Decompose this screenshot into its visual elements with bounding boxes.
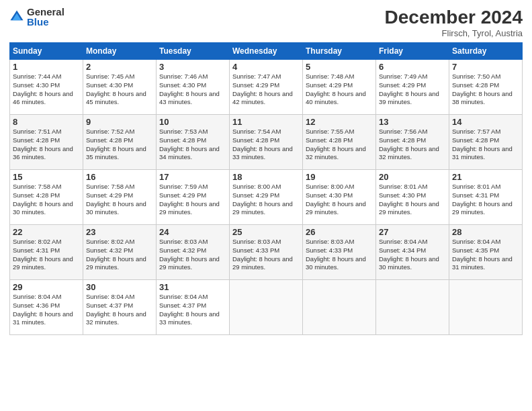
- title-block: December 2024 Flirsch, Tyrol, Austria: [385, 7, 523, 38]
- day-number: 6: [379, 62, 446, 72]
- calendar-cell: 30Sunrise: 8:04 AMSunset: 4:37 PMDayligh…: [83, 280, 157, 335]
- day-info: Sunrise: 8:01 AMSunset: 4:30 PMDaylight:…: [379, 183, 446, 217]
- day-info: Sunrise: 7:53 AMSunset: 4:28 PMDaylight:…: [159, 128, 226, 162]
- calendar-cell: 10Sunrise: 7:53 AMSunset: 4:28 PMDayligh…: [157, 115, 230, 170]
- calendar-cell: 18Sunrise: 8:00 AMSunset: 4:29 PMDayligh…: [230, 170, 303, 225]
- calendar-week-row: 15Sunrise: 7:58 AMSunset: 4:28 PMDayligh…: [10, 170, 523, 225]
- day-info: Sunrise: 7:55 AMSunset: 4:28 PMDaylight:…: [306, 128, 373, 162]
- day-number: 17: [159, 172, 226, 182]
- calendar-cell: 3Sunrise: 7:46 AMSunset: 4:30 PMDaylight…: [157, 60, 230, 115]
- calendar-cell: 14Sunrise: 7:57 AMSunset: 4:28 PMDayligh…: [449, 115, 523, 170]
- day-number: 3: [159, 62, 226, 72]
- day-info: Sunrise: 7:54 AMSunset: 4:28 PMDaylight:…: [232, 128, 300, 162]
- day-info: Sunrise: 8:01 AMSunset: 4:31 PMDaylight:…: [452, 183, 519, 217]
- logo: General Blue: [9, 7, 64, 27]
- day-info: Sunrise: 8:04 AMSunset: 4:37 PMDaylight:…: [159, 293, 226, 327]
- day-number: 16: [86, 172, 153, 182]
- day-number: 1: [13, 62, 80, 72]
- day-number: 5: [306, 62, 373, 72]
- day-number: 2: [86, 62, 153, 72]
- calendar: SundayMondayTuesdayWednesdayThursdayFrid…: [9, 42, 523, 335]
- day-number: 26: [306, 227, 373, 237]
- day-info: Sunrise: 8:02 AMSunset: 4:32 PMDaylight:…: [86, 238, 153, 272]
- day-info: Sunrise: 8:03 AMSunset: 4:33 PMDaylight:…: [306, 238, 373, 272]
- day-info: Sunrise: 7:52 AMSunset: 4:28 PMDaylight:…: [86, 128, 153, 162]
- calendar-cell: 23Sunrise: 8:02 AMSunset: 4:32 PMDayligh…: [83, 225, 157, 280]
- calendar-cell: 31Sunrise: 8:04 AMSunset: 4:37 PMDayligh…: [157, 280, 230, 335]
- day-header: Saturday: [449, 43, 523, 60]
- month-title: December 2024: [385, 7, 523, 28]
- day-number: 10: [159, 117, 226, 127]
- day-info: Sunrise: 7:50 AMSunset: 4:28 PMDaylight:…: [452, 73, 519, 107]
- calendar-cell: 16Sunrise: 7:58 AMSunset: 4:29 PMDayligh…: [83, 170, 157, 225]
- day-number: 12: [306, 117, 373, 127]
- calendar-cell: 28Sunrise: 8:04 AMSunset: 4:35 PMDayligh…: [449, 225, 523, 280]
- day-info: Sunrise: 7:44 AMSunset: 4:30 PMDaylight:…: [13, 73, 80, 107]
- calendar-cell: 29Sunrise: 8:04 AMSunset: 4:36 PMDayligh…: [10, 280, 83, 335]
- calendar-header: SundayMondayTuesdayWednesdayThursdayFrid…: [10, 43, 523, 60]
- logo-icon: [9, 9, 24, 24]
- calendar-cell: 26Sunrise: 8:03 AMSunset: 4:33 PMDayligh…: [303, 225, 376, 280]
- day-header: Tuesday: [157, 43, 230, 60]
- calendar-cell: 24Sunrise: 8:03 AMSunset: 4:32 PMDayligh…: [157, 225, 230, 280]
- day-number: 25: [232, 227, 300, 237]
- header: General Blue December 2024 Flirsch, Tyro…: [9, 7, 523, 38]
- calendar-cell: 22Sunrise: 8:02 AMSunset: 4:31 PMDayligh…: [10, 225, 83, 280]
- header-row: SundayMondayTuesdayWednesdayThursdayFrid…: [10, 43, 523, 60]
- calendar-week-row: 8Sunrise: 7:51 AMSunset: 4:28 PMDaylight…: [10, 115, 523, 170]
- logo-text: General Blue: [27, 7, 64, 27]
- day-number: 29: [13, 282, 80, 292]
- calendar-cell: 19Sunrise: 8:00 AMSunset: 4:30 PMDayligh…: [303, 170, 376, 225]
- day-number: 18: [232, 172, 300, 182]
- day-info: Sunrise: 8:02 AMSunset: 4:31 PMDaylight:…: [13, 238, 80, 272]
- day-number: 21: [452, 172, 519, 182]
- calendar-cell: 15Sunrise: 7:58 AMSunset: 4:28 PMDayligh…: [10, 170, 83, 225]
- day-info: Sunrise: 8:00 AMSunset: 4:30 PMDaylight:…: [306, 183, 373, 217]
- calendar-body: 1Sunrise: 7:44 AMSunset: 4:30 PMDaylight…: [10, 60, 523, 335]
- day-info: Sunrise: 7:57 AMSunset: 4:28 PMDaylight:…: [452, 128, 519, 162]
- calendar-cell: 17Sunrise: 7:59 AMSunset: 4:29 PMDayligh…: [157, 170, 230, 225]
- calendar-cell: 5Sunrise: 7:48 AMSunset: 4:29 PMDaylight…: [303, 60, 376, 115]
- calendar-week-row: 29Sunrise: 8:04 AMSunset: 4:36 PMDayligh…: [10, 280, 523, 335]
- day-info: Sunrise: 7:46 AMSunset: 4:30 PMDaylight:…: [159, 73, 226, 107]
- calendar-cell: 6Sunrise: 7:49 AMSunset: 4:29 PMDaylight…: [376, 60, 449, 115]
- day-number: 23: [86, 227, 153, 237]
- day-number: 30: [86, 282, 153, 292]
- calendar-cell: [303, 280, 376, 335]
- calendar-cell: 11Sunrise: 7:54 AMSunset: 4:28 PMDayligh…: [230, 115, 303, 170]
- day-info: Sunrise: 7:58 AMSunset: 4:28 PMDaylight:…: [13, 183, 80, 217]
- calendar-cell: 21Sunrise: 8:01 AMSunset: 4:31 PMDayligh…: [449, 170, 523, 225]
- calendar-cell: 20Sunrise: 8:01 AMSunset: 4:30 PMDayligh…: [376, 170, 449, 225]
- page: General Blue December 2024 Flirsch, Tyro…: [0, 0, 532, 411]
- location: Flirsch, Tyrol, Austria: [385, 28, 523, 38]
- logo-general: General: [27, 7, 64, 17]
- day-number: 24: [159, 227, 226, 237]
- calendar-week-row: 22Sunrise: 8:02 AMSunset: 4:31 PMDayligh…: [10, 225, 523, 280]
- calendar-cell: [230, 280, 303, 335]
- day-info: Sunrise: 8:03 AMSunset: 4:33 PMDaylight:…: [232, 238, 300, 272]
- day-info: Sunrise: 7:59 AMSunset: 4:29 PMDaylight:…: [159, 183, 226, 217]
- calendar-cell: 25Sunrise: 8:03 AMSunset: 4:33 PMDayligh…: [230, 225, 303, 280]
- day-header: Monday: [83, 43, 157, 60]
- calendar-cell: 9Sunrise: 7:52 AMSunset: 4:28 PMDaylight…: [83, 115, 157, 170]
- calendar-cell: 4Sunrise: 7:47 AMSunset: 4:29 PMDaylight…: [230, 60, 303, 115]
- day-number: 27: [379, 227, 446, 237]
- calendar-cell: 12Sunrise: 7:55 AMSunset: 4:28 PMDayligh…: [303, 115, 376, 170]
- day-number: 11: [232, 117, 300, 127]
- day-number: 31: [159, 282, 226, 292]
- day-number: 28: [452, 227, 519, 237]
- day-info: Sunrise: 8:04 AMSunset: 4:34 PMDaylight:…: [379, 238, 446, 272]
- day-header: Wednesday: [230, 43, 303, 60]
- day-number: 4: [232, 62, 300, 72]
- day-number: 7: [452, 62, 519, 72]
- calendar-cell: 8Sunrise: 7:51 AMSunset: 4:28 PMDaylight…: [10, 115, 83, 170]
- day-header: Sunday: [10, 43, 83, 60]
- day-number: 15: [13, 172, 80, 182]
- day-info: Sunrise: 7:48 AMSunset: 4:29 PMDaylight:…: [306, 73, 373, 107]
- day-info: Sunrise: 8:04 AMSunset: 4:37 PMDaylight:…: [86, 293, 153, 327]
- day-info: Sunrise: 7:45 AMSunset: 4:30 PMDaylight:…: [86, 73, 153, 107]
- day-number: 8: [13, 117, 80, 127]
- day-info: Sunrise: 7:47 AMSunset: 4:29 PMDaylight:…: [232, 73, 300, 107]
- calendar-cell: 13Sunrise: 7:56 AMSunset: 4:28 PMDayligh…: [376, 115, 449, 170]
- day-info: Sunrise: 7:49 AMSunset: 4:29 PMDaylight:…: [379, 73, 446, 107]
